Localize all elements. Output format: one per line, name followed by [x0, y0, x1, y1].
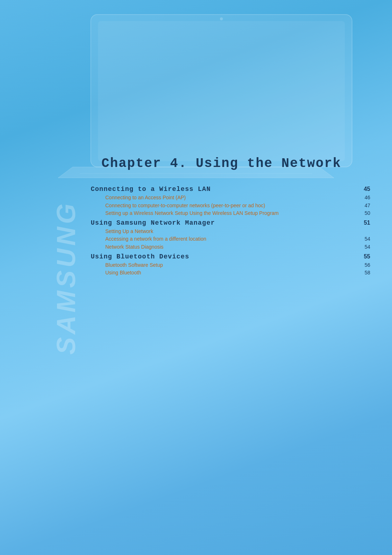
list-item: Connecting to an Access Point (AP) 46 — [105, 194, 370, 201]
toc-main-entry-bluetooth: Using Bluetooth Devices 55 — [91, 253, 370, 260]
toc-sub-page-accessing-network: 54 — [359, 236, 370, 242]
toc-sub-page-computer-to-computer: 47 — [359, 203, 370, 208]
toc-main-page-wireless-lan: 45 — [359, 186, 370, 192]
list-item: Accessing a network from a different loc… — [105, 236, 370, 243]
toc-sub-entries-wireless-lan: Connecting to an Access Point (AP) 46 Co… — [105, 194, 370, 217]
toc-main-label-wireless-lan: Connecting to a Wireless LAN — [91, 185, 211, 193]
toc-sub-page-network-status: 54 — [359, 244, 370, 250]
list-item: Setting Up a Network — [105, 228, 370, 235]
list-item: Bluetooth Software Setup 56 — [105, 262, 370, 269]
toc-sub-page-access-point: 46 — [359, 195, 370, 200]
svg-rect-1 — [98, 21, 345, 161]
list-item: Network Status Diagnosis 54 — [105, 244, 370, 251]
chapter-title: Chapter 4. Using the Network — [73, 156, 370, 171]
svg-point-2 — [220, 17, 223, 20]
toc-sub-label-using-bluetooth: Using Bluetooth — [105, 269, 352, 277]
toc-sub-label-setting-up: Setting Up a Network — [105, 228, 352, 235]
toc-section-bluetooth: Using Bluetooth Devices 55 Bluetooth Sof… — [91, 253, 370, 277]
toc-main-entry-samsung-network: Using Samsung Network Manager 51 — [91, 219, 370, 227]
list-item: Connecting to computer-to-computer netwo… — [105, 202, 370, 209]
toc-sub-page-wireless-setup: 50 — [359, 210, 370, 216]
toc-sub-label-bluetooth-setup: Bluetooth Software Setup — [105, 262, 352, 269]
toc-sub-entries-bluetooth: Bluetooth Software Setup 56 Using Blueto… — [105, 262, 370, 277]
toc-sub-label-computer-to-computer: Connecting to computer-to-computer netwo… — [105, 202, 352, 209]
toc-sub-page-bluetooth-setup: 56 — [359, 262, 370, 268]
table-of-contents: Connecting to a Wireless LAN 45 Connecti… — [91, 185, 370, 277]
toc-section-wireless-lan: Connecting to a Wireless LAN 45 Connecti… — [91, 185, 370, 217]
toc-sub-label-wireless-setup: Setting up a Wireless Network Setup Usin… — [105, 210, 352, 217]
toc-sub-entries-samsung-network: Setting Up a Network Accessing a network… — [105, 228, 370, 251]
toc-main-page-bluetooth: 55 — [359, 253, 370, 260]
toc-main-label-bluetooth: Using Bluetooth Devices — [91, 253, 189, 260]
toc-main-label-samsung-network: Using Samsung Network Manager — [91, 219, 215, 227]
toc-main-page-samsung-network: 51 — [359, 220, 370, 226]
toc-main-entry-wireless-lan: Connecting to a Wireless LAN 45 — [91, 185, 370, 193]
svg-rect-0 — [91, 15, 352, 167]
toc-sub-label-network-status: Network Status Diagnosis — [105, 244, 352, 251]
toc-sub-page-using-bluetooth: 58 — [359, 270, 370, 276]
toc-section-samsung-network: Using Samsung Network Manager 51 Setting… — [91, 219, 370, 251]
toc-sub-label-access-point: Connecting to an Access Point (AP) — [105, 194, 352, 201]
list-item: Using Bluetooth 58 — [105, 269, 370, 277]
toc-sub-label-accessing-network: Accessing a network from a different loc… — [105, 236, 352, 243]
list-item: Setting up a Wireless Network Setup Usin… — [105, 210, 370, 217]
